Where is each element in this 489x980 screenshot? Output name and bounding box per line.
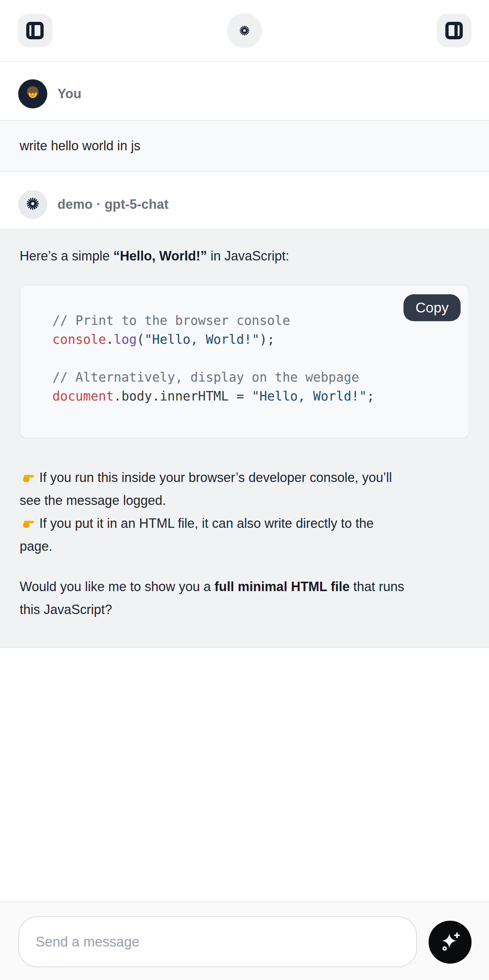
top-bar (0, 0, 489, 62)
person-emoji-icon (23, 84, 42, 104)
send-button[interactable] (428, 921, 471, 964)
composer-bar (0, 901, 489, 980)
chat-app: You write hello world in js demo · gpt-5… (0, 0, 489, 980)
logo-button[interactable] (227, 13, 262, 48)
assistant-followup-text: If you run this inside your browser’s de… (20, 466, 469, 558)
user-message: write hello world in js (0, 120, 489, 172)
starburst-logo-icon (25, 196, 40, 213)
code-content: // Print to the browser console console.… (53, 311, 454, 406)
assistant-author-row: demo · gpt-5-chat (18, 190, 489, 219)
user-message-text: write hello world in js (20, 138, 140, 154)
copy-button[interactable]: Copy (403, 294, 460, 321)
panel-left-icon (25, 21, 45, 40)
message-input[interactable] (18, 916, 417, 967)
user-avatar (18, 79, 47, 108)
code-block: Copy // Print to the browser console con… (20, 285, 469, 438)
pointing-right-emoji-icon (20, 466, 36, 489)
sparkle-icon (438, 930, 462, 955)
assistant-avatar (18, 190, 47, 219)
pointing-right-emoji-icon (20, 512, 36, 535)
assistant-author-label: demo · gpt-5-chat (57, 197, 169, 212)
assistant-question-text: Would you like me to show you a full min… (20, 575, 469, 621)
assistant-intro-text: Here’s a simple “Hello, World!” in JavaS… (20, 245, 469, 267)
sidebar-toggle-button[interactable] (18, 14, 53, 47)
starburst-logo-icon (238, 24, 251, 37)
user-author-row: You (18, 79, 489, 108)
panel-right-icon (444, 21, 464, 40)
assistant-message: Here’s a simple “Hello, World!” in JavaS… (0, 228, 489, 648)
user-author-label: You (57, 86, 81, 102)
right-panel-toggle-button[interactable] (436, 14, 471, 47)
